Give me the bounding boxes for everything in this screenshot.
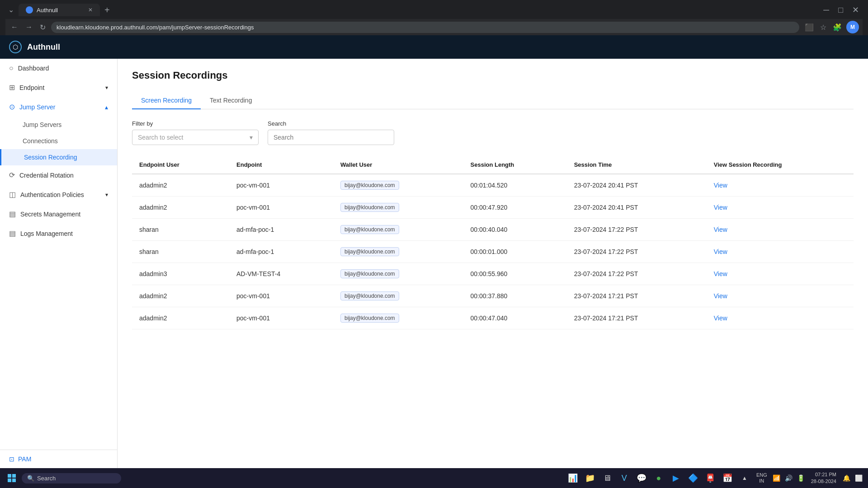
cell-session-time: 23-07-2024 20:41 PST [567, 197, 707, 219]
cell-session-length: 00:00:40.040 [463, 219, 567, 241]
maximize-btn[interactable]: □ [835, 4, 847, 16]
table-row: adadmin3 AD-VM-TEST-4 bijay@kloudone.com… [132, 263, 854, 285]
start-btn[interactable] [4, 470, 20, 486]
new-tab-btn[interactable]: + [102, 4, 113, 16]
sidebar-item-logs-management[interactable]: ▤ Logs Management [0, 224, 117, 243]
browser-actions: ⬛ ☆ 🧩 M [803, 21, 859, 33]
table-body: adadmin2 poc-vm-001 bijay@kloudone.com 0… [132, 174, 854, 329]
top-nav: ⬡ Authnull [0, 35, 868, 59]
cell-view-link: View [707, 241, 854, 263]
col-endpoint-user: Endpoint User [132, 156, 229, 174]
tab-text-recording[interactable]: Text Recording [201, 92, 261, 109]
taskbar-icon-7[interactable]: ▶ [668, 470, 684, 486]
view-session-link[interactable]: View [714, 292, 727, 300]
wallet-badge: bijay@kloudone.com [340, 203, 399, 212]
taskbar-icon-8[interactable]: 🔷 [685, 470, 701, 486]
language-indicator: ENGIN [754, 472, 770, 484]
view-session-link[interactable]: View [714, 204, 727, 211]
view-session-link[interactable]: View [714, 182, 727, 189]
view-session-link[interactable]: View [714, 248, 727, 255]
expand-tray-btn[interactable]: ▲ [736, 470, 753, 486]
sidebar-item-dashboard[interactable]: ○ Dashboard [0, 59, 117, 78]
user-avatar-btn[interactable]: M [846, 21, 859, 33]
address-input[interactable] [51, 22, 799, 33]
taskbar-icon-6[interactable]: ● [651, 470, 667, 486]
show-desktop-btn[interactable]: ⬜ [853, 474, 864, 482]
tab-screen-recording[interactable]: Screen Recording [132, 92, 201, 109]
session-recordings-table: Endpoint User Endpoint Wallet User Sessi… [132, 156, 854, 329]
taskbar-icon-4[interactable]: V [616, 470, 632, 486]
table-row: sharan ad-mfa-poc-1 bijay@kloudone.com 0… [132, 219, 854, 241]
sidebar-sub-connections[interactable]: Connections [0, 133, 117, 149]
cell-session-length: 00:00:01.000 [463, 241, 567, 263]
browser-tab[interactable]: Authnull ✕ [19, 4, 100, 16]
connections-label: Connections [23, 137, 58, 145]
sidebar-item-secrets-management[interactable]: ▤ Secrets Management [0, 204, 117, 224]
endpoint-chevron: ▾ [105, 84, 108, 91]
cell-endpoint-user: adadmin2 [132, 285, 229, 307]
cell-session-time: 23-07-2024 17:22 PST [567, 241, 707, 263]
sidebar-sub-jump-servers[interactable]: Jump Servers [0, 117, 117, 133]
taskbar-icon-9[interactable]: 📮 [702, 470, 718, 486]
cell-endpoint-user: adadmin2 [132, 197, 229, 219]
taskbar-icon-1[interactable]: 📊 [565, 470, 581, 486]
tabs-bar: Screen Recording Text Recording [132, 92, 854, 109]
cell-endpoint: ad-mfa-poc-1 [229, 219, 333, 241]
tab-close-btn[interactable]: ✕ [88, 7, 93, 13]
sidebar-item-credential-rotation[interactable]: ⟳ Credential Rotation [0, 165, 117, 185]
wallet-badge: bijay@kloudone.com [340, 269, 399, 278]
forward-btn[interactable]: → [24, 21, 34, 33]
cell-session-time: 23-07-2024 20:41 PST [567, 174, 707, 197]
sidebar-item-jump-server[interactable]: ⊙ Jump Server ▴ [0, 97, 117, 117]
tab-favicon [26, 6, 33, 14]
view-session-link[interactable]: View [714, 270, 727, 277]
cell-wallet-user: bijay@kloudone.com [333, 285, 463, 307]
browser-address-bar: ← → ↻ ⬛ ☆ 🧩 M [5, 19, 863, 35]
table-row: sharan ad-mfa-poc-1 bijay@kloudone.com 0… [132, 241, 854, 263]
cell-session-time: 23-07-2024 17:22 PST [567, 263, 707, 285]
taskbar-icon-2[interactable]: 📁 [582, 470, 598, 486]
battery-icon: 🔋 [795, 474, 807, 482]
sidebar-sub-session-recording[interactable]: Session Recording [0, 149, 117, 165]
reload-btn[interactable]: ↻ [38, 21, 47, 33]
clock-time: 07:21 PM [811, 471, 836, 478]
wallet-badge: bijay@kloudone.com [340, 225, 399, 234]
pam-icon: ⊡ [9, 455, 14, 463]
svg-rect-1 [12, 474, 16, 478]
sidebar-label-auth-policies: Authentication Policies [20, 191, 84, 198]
app-title: Authnull [27, 42, 60, 52]
browser-tab-bar: ⌄ Authnull ✕ + ─ □ ✕ [5, 4, 863, 16]
filter-by-select[interactable]: Search to select ▾ [132, 130, 259, 145]
tab-list-btn[interactable]: ⌄ [5, 5, 17, 15]
svg-rect-2 [8, 479, 11, 482]
filter-by-group: Filter by Search to select ▾ [132, 120, 259, 145]
wifi-icon: 📶 [771, 474, 782, 482]
jump-server-icon: ⊙ [9, 103, 15, 111]
cell-endpoint: poc-vm-001 [229, 197, 333, 219]
cell-view-link: View [707, 263, 854, 285]
close-btn[interactable]: ✕ [849, 4, 863, 16]
sidebar-item-endpoint[interactable]: ⊞ Endpoint ▾ [0, 78, 117, 97]
notification-icon[interactable]: 🔔 [841, 474, 852, 482]
taskbar-icon-3[interactable]: 🖥 [599, 470, 615, 486]
sidebar-item-authentication-policies[interactable]: ◫ Authentication Policies ▾ [0, 185, 117, 204]
search-input[interactable] [268, 130, 394, 145]
back-btn[interactable]: ← [9, 21, 20, 33]
cell-wallet-user: bijay@kloudone.com [333, 174, 463, 197]
cast-btn[interactable]: ⬛ [803, 21, 816, 33]
taskbar-search[interactable]: 🔍 Search [22, 473, 121, 483]
cell-endpoint-user: adadmin2 [132, 307, 229, 329]
cell-wallet-user: bijay@kloudone.com [333, 307, 463, 329]
extensions-btn[interactable]: 🧩 [831, 21, 844, 33]
bookmark-btn[interactable]: ☆ [818, 21, 828, 33]
view-session-link[interactable]: View [714, 314, 727, 322]
taskbar-clock: 07:21 PM 28-08-2024 [807, 471, 840, 485]
view-session-link[interactable]: View [714, 226, 727, 233]
table-row: adadmin2 poc-vm-001 bijay@kloudone.com 0… [132, 174, 854, 197]
minimize-btn[interactable]: ─ [820, 4, 833, 16]
taskbar: 🔍 Search 📊 📁 🖥 V 💬 ● ▶ 🔷 📮 📅 ▲ ENGIN 📶 🔊… [0, 468, 868, 488]
taskbar-icon-10[interactable]: 📅 [719, 470, 736, 486]
cell-wallet-user: bijay@kloudone.com [333, 263, 463, 285]
cell-session-time: 23-07-2024 17:21 PST [567, 285, 707, 307]
taskbar-icon-5[interactable]: 💬 [633, 470, 650, 486]
